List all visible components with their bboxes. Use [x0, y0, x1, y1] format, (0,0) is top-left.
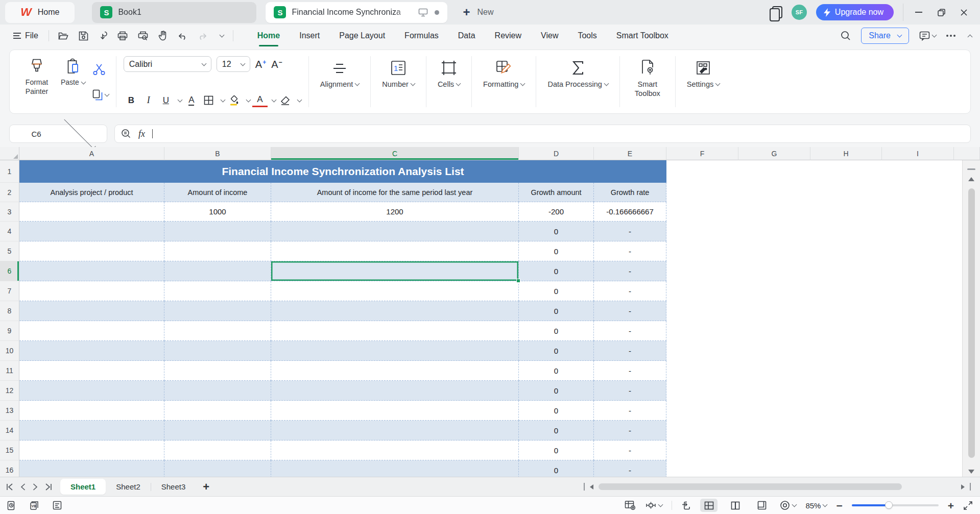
page-layout-view-button[interactable]: [753, 499, 771, 512]
cell-e7[interactable]: -: [594, 281, 666, 301]
cell[interactable]: [882, 281, 954, 301]
cell[interactable]: [882, 381, 954, 401]
scroll-right-icon[interactable]: [961, 484, 965, 489]
cell[interactable]: [666, 301, 738, 321]
save-icon[interactable]: [79, 31, 88, 41]
cell-d9[interactable]: 0: [519, 321, 594, 341]
cell[interactable]: [882, 341, 954, 361]
sheet-tab-sheet3[interactable]: Sheet3: [151, 479, 196, 495]
column-header-b[interactable]: B: [164, 147, 271, 160]
cell[interactable]: [666, 160, 738, 183]
cell[interactable]: [666, 421, 738, 440]
open-icon[interactable]: [58, 31, 68, 40]
table-header-cell[interactable]: Growth amount: [519, 183, 594, 202]
cell[interactable]: [882, 222, 954, 241]
format-painter-button[interactable]: Format Painter: [17, 55, 57, 108]
cell[interactable]: [810, 460, 882, 477]
cell[interactable]: [810, 321, 882, 341]
cell-d6[interactable]: 0: [519, 261, 594, 281]
borders-button[interactable]: [201, 93, 217, 107]
cell[interactable]: [738, 421, 810, 440]
decrease-font-button[interactable]: A−: [271, 59, 282, 69]
cell-d5[interactable]: 0: [519, 241, 594, 261]
qat-chevron-icon[interactable]: [219, 33, 224, 38]
formula-search-icon[interactable]: [121, 129, 131, 139]
menu-view[interactable]: View: [531, 27, 568, 45]
cell-a13[interactable]: [19, 401, 164, 421]
ribbon-group-cells[interactable]: Cells: [431, 55, 467, 108]
fullscreen-icon[interactable]: [963, 501, 973, 510]
column-header-d[interactable]: D: [519, 147, 594, 160]
cell-d3[interactable]: -200: [519, 202, 594, 222]
fill-color-button[interactable]: [227, 93, 242, 107]
table-title-cell[interactable]: Financial Income Synchronization Analysi…: [19, 160, 666, 183]
row-header-12[interactable]: 12: [0, 381, 19, 401]
more-options-icon[interactable]: [946, 35, 955, 37]
cell-a16[interactable]: [19, 460, 164, 477]
horizontal-scroll-thumb[interactable]: [599, 483, 902, 490]
cell[interactable]: [882, 261, 954, 281]
row-header-2[interactable]: 2: [0, 183, 19, 202]
select-all-corner[interactable]: [0, 147, 19, 160]
fx-icon[interactable]: fx: [138, 129, 145, 139]
cell[interactable]: [810, 241, 882, 261]
cell-a6[interactable]: [19, 261, 164, 281]
last-sheet-icon[interactable]: [45, 483, 52, 491]
cell-a9[interactable]: [19, 321, 164, 341]
column-header-c[interactable]: C: [271, 147, 519, 160]
row-header-3[interactable]: 3: [0, 202, 19, 222]
cell-e8[interactable]: -: [594, 301, 666, 321]
cell[interactable]: [666, 281, 738, 301]
ribbon-group-data-processing[interactable]: Data Processing: [540, 55, 615, 108]
h-split-handle-icon[interactable]: [584, 483, 585, 491]
cell-c13[interactable]: [271, 401, 519, 421]
doc-tab-active[interactable]: S Financial Income Synchroniza: [266, 2, 447, 23]
cell-d8[interactable]: 0: [519, 301, 594, 321]
cell[interactable]: [738, 361, 810, 381]
undo-icon[interactable]: [178, 32, 187, 40]
cell-d7[interactable]: 0: [519, 281, 594, 301]
cell[interactable]: [666, 183, 738, 202]
zoom-slider[interactable]: [852, 504, 939, 506]
cell[interactable]: [738, 301, 810, 321]
sheet-tab-sheet2[interactable]: Sheet2: [106, 479, 151, 495]
cell-d12[interactable]: 0: [519, 381, 594, 401]
cell-d15[interactable]: 0: [519, 440, 594, 460]
cell-b9[interactable]: [164, 321, 271, 341]
cell-b6[interactable]: [164, 261, 271, 281]
cell-a10[interactable]: [19, 341, 164, 361]
cell-c6[interactable]: [271, 261, 519, 281]
cell[interactable]: [810, 421, 882, 440]
cell-c16[interactable]: [271, 460, 519, 477]
close-button[interactable]: [952, 4, 975, 21]
share-button[interactable]: Share: [861, 28, 909, 44]
name-box[interactable]: C6: [9, 125, 107, 143]
move-tools-button[interactable]: [646, 500, 662, 510]
menu-home[interactable]: Home: [248, 27, 290, 45]
cell-a3[interactable]: [19, 202, 164, 222]
table-header-cell[interactable]: Amount of income: [164, 183, 271, 202]
cell-c3[interactable]: 1200: [271, 202, 519, 222]
cell-b7[interactable]: [164, 281, 271, 301]
column-header-h[interactable]: H: [810, 147, 882, 160]
italic-button[interactable]: I: [141, 93, 156, 107]
cell[interactable]: [666, 460, 738, 477]
cell-b12[interactable]: [164, 381, 271, 401]
cell-c4[interactable]: [271, 222, 519, 241]
copy-button[interactable]: [92, 89, 109, 101]
cell-b14[interactable]: [164, 421, 271, 440]
column-header-e[interactable]: E: [594, 147, 666, 160]
cell-d11[interactable]: 0: [519, 361, 594, 381]
cell[interactable]: [666, 341, 738, 361]
upgrade-button[interactable]: Upgrade now: [816, 4, 894, 20]
font-color-button[interactable]: A: [252, 93, 268, 107]
font-size-select[interactable]: 12: [217, 56, 250, 72]
cell-e10[interactable]: -: [594, 341, 666, 361]
font-name-select[interactable]: Calibri: [124, 56, 211, 72]
cell[interactable]: [738, 160, 810, 183]
cell-d14[interactable]: 0: [519, 421, 594, 440]
menu-review[interactable]: Review: [485, 27, 531, 45]
home-tab[interactable]: W Home: [5, 2, 75, 23]
export-icon[interactable]: [99, 31, 107, 41]
cell-c7[interactable]: [271, 281, 519, 301]
